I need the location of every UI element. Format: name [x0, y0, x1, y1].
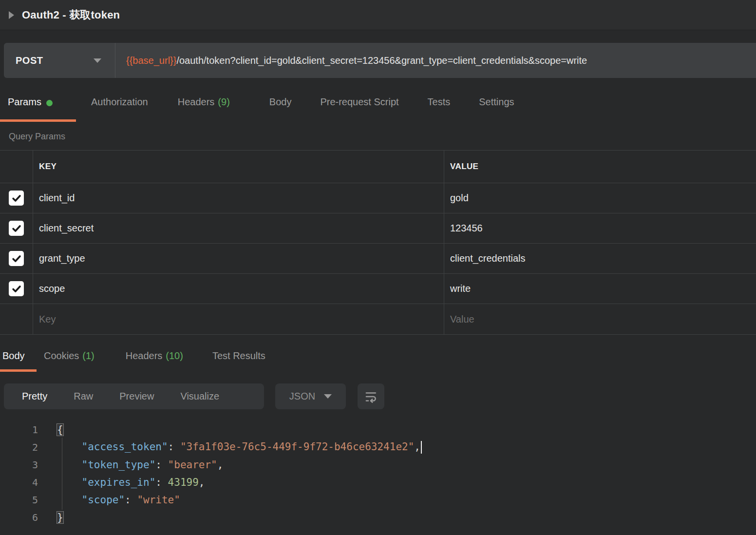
matched-bracket: { — [57, 424, 63, 436]
chevron-down-icon — [324, 394, 332, 399]
param-key-cell[interactable]: client_id — [33, 183, 444, 213]
token-str: "3fa1f03e-76c5-449f-9f72-b46ce63241e2" — [180, 441, 414, 453]
line-number: 1 — [0, 424, 38, 436]
param-checkbox[interactable] — [9, 281, 24, 296]
tab-headers[interactable]: Headers(10) — [126, 346, 183, 372]
chevron-down-icon — [94, 58, 101, 63]
param-value-cell[interactable]: 123456 — [444, 213, 756, 243]
table-row: grant_typeclient_credentials — [0, 244, 756, 274]
token-punct — [57, 494, 82, 506]
value-placeholder: Value — [450, 314, 474, 325]
param-value-cell[interactable]: client_credentials — [444, 244, 756, 273]
token-str: "write" — [137, 494, 180, 506]
code-text: "token_type": "bearer", — [57, 459, 223, 471]
tab-label: Headers — [126, 350, 163, 362]
param-key-cell[interactable]: grant_type — [33, 244, 444, 273]
param-checkbox[interactable] — [9, 251, 24, 266]
matched-bracket: } — [57, 512, 63, 523]
request-title: Oauth2 - 获取token — [22, 8, 120, 22]
view-button-raw[interactable]: Raw — [60, 391, 106, 402]
column-header-value: VALUE — [444, 151, 756, 183]
code-text: "expires_in": 43199, — [57, 477, 205, 488]
checkbox-cell — [0, 244, 33, 273]
line-number: 2 — [0, 441, 38, 453]
view-button-preview[interactable]: Preview — [106, 391, 167, 402]
query-params-table: KEYVALUEclient_idgoldclient_secret123456… — [0, 150, 756, 335]
format-dropdown[interactable]: JSON — [275, 383, 346, 409]
active-tab-underline — [0, 119, 76, 122]
tab-label: Authorization — [91, 96, 148, 108]
code-line: 1{ — [0, 421, 756, 439]
line-number: 6 — [0, 512, 38, 523]
params-active-dot — [46, 100, 53, 106]
url-input[interactable]: {{base_url}}/oauth/token?client_id=gold&… — [115, 43, 756, 78]
token-punct: : — [155, 459, 168, 471]
param-value-cell[interactable]: write — [444, 274, 756, 304]
tab-body[interactable]: Body — [0, 346, 37, 372]
param-key-cell[interactable]: scope — [33, 274, 444, 304]
code-text: "access_token": "3fa1f03e-76c5-449f-9f72… — [57, 441, 422, 454]
response-view-group: PrettyRawPreviewVisualize — [4, 383, 264, 409]
tab-label: Headers — [178, 96, 215, 108]
line-number: 3 — [0, 459, 38, 471]
tab-count-badge: (10) — [166, 350, 183, 362]
param-checkbox[interactable] — [9, 191, 24, 206]
active-tab-underline — [0, 369, 37, 372]
request-tabs: ParamsAuthorizationHeaders(9)BodyPre-req… — [0, 95, 756, 122]
token-punct: : — [155, 477, 168, 488]
query-params-label: Query Params — [9, 132, 756, 142]
method-label: POST — [16, 55, 43, 66]
param-key-cell[interactable]: Key — [33, 304, 444, 334]
response-toolbar: PrettyRawPreviewVisualize JSON — [4, 383, 756, 409]
param-key-cell[interactable]: client_secret — [33, 213, 444, 243]
table-row: client_secret123456 — [0, 213, 756, 244]
view-button-visualize[interactable]: Visualize — [167, 391, 232, 402]
url-path: /oauth/token?client_id=gold&client_secre… — [176, 55, 587, 66]
tab-params[interactable]: Params — [0, 95, 76, 122]
token-str: "bearer" — [168, 459, 217, 471]
method-dropdown[interactable]: POST — [4, 43, 115, 78]
tab-label: Test Results — [212, 350, 265, 362]
collapse-arrow-icon[interactable] — [9, 11, 14, 19]
token-punct — [57, 477, 82, 488]
check-icon — [11, 284, 22, 294]
checkbox-cell — [0, 213, 33, 243]
code-text: { — [57, 424, 63, 436]
tab-label: Body — [269, 96, 292, 108]
tab-test-results[interactable]: Test Results — [212, 346, 265, 372]
tab-body[interactable]: Body — [269, 95, 292, 122]
request-title-bar: Oauth2 - 获取token — [0, 0, 756, 30]
line-number: 4 — [0, 477, 38, 488]
checkbox-cell — [0, 274, 33, 304]
code-line: 2 "access_token": "3fa1f03e-76c5-449f-9f… — [0, 439, 756, 456]
param-checkbox[interactable] — [9, 221, 24, 236]
tab-label: Cookies — [44, 350, 79, 362]
tab-count-badge: (9) — [218, 96, 229, 108]
select-all-cell — [0, 151, 33, 183]
tab-tests[interactable]: Tests — [428, 95, 451, 122]
code-line: 6} — [0, 509, 756, 526]
token-punct — [57, 459, 82, 471]
response-tabs: BodyCookies(1)Headers(10)Test Results — [0, 346, 756, 372]
column-header-key: KEY — [33, 151, 444, 183]
param-value-cell[interactable]: Value — [444, 304, 756, 334]
text-cursor — [421, 441, 422, 454]
token-punct — [57, 441, 82, 453]
param-value-cell[interactable]: gold — [444, 183, 756, 213]
view-button-pretty[interactable]: Pretty — [9, 391, 60, 402]
wrap-text-button[interactable] — [358, 383, 384, 409]
check-icon — [11, 223, 22, 234]
tab-headers[interactable]: Headers(9) — [178, 95, 230, 122]
code-line: 3 "token_type": "bearer", — [0, 456, 756, 474]
code-line: 4 "expires_in": 43199, — [0, 474, 756, 491]
token-key: "expires_in" — [82, 477, 156, 488]
wrap-text-icon — [364, 389, 378, 404]
tab-authorization[interactable]: Authorization — [91, 95, 148, 122]
tab-settings[interactable]: Settings — [479, 95, 514, 122]
response-body-viewer: 1{2 "access_token": "3fa1f03e-76c5-449f-… — [0, 421, 756, 526]
tab-pre-request-script[interactable]: Pre-request Script — [320, 95, 398, 122]
checkbox-cell — [0, 304, 33, 334]
token-key: "token_type" — [82, 459, 156, 471]
table-header-row: KEYVALUE — [0, 151, 756, 183]
tab-cookies[interactable]: Cookies(1) — [44, 346, 94, 372]
